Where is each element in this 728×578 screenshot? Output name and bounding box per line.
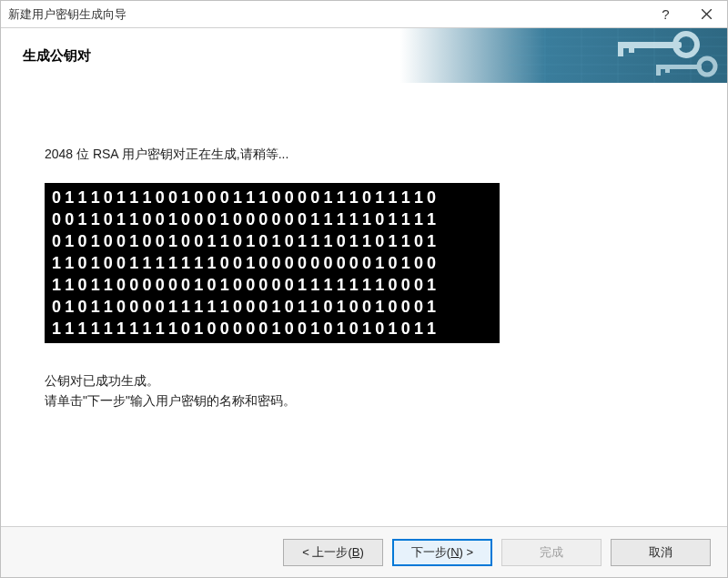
back-button[interactable]: < 上一步(B) bbox=[283, 539, 383, 566]
binary-row: 111111111101000001001010101011 bbox=[52, 319, 440, 338]
button-bar: < 上一步(B) 下一步(N) > 完成 取消 bbox=[1, 526, 727, 577]
wizard-window: 新建用户密钥生成向导 ? 生成公钥对 bbox=[0, 0, 728, 578]
success-text: 公钥对已成功生成。 请单击"下一步"输入用户密钥的名称和密码。 bbox=[45, 370, 683, 411]
next-hotkey: N bbox=[450, 545, 459, 559]
close-button[interactable] bbox=[686, 1, 727, 28]
help-icon: ? bbox=[662, 6, 669, 22]
back-suffix: ) bbox=[359, 545, 363, 559]
window-title: 新建用户密钥生成向导 bbox=[8, 6, 645, 23]
banner-title: 生成公钥对 bbox=[23, 47, 91, 65]
binary-row: 001101100100010000001111101111 bbox=[52, 210, 440, 228]
status-text: 2048 位 RSA 用户密钥对正在生成,请稍等... bbox=[45, 147, 683, 163]
help-button[interactable]: ? bbox=[645, 1, 686, 28]
binary-row: 011101110010001110000111011110 bbox=[52, 188, 440, 207]
success-line-1: 公钥对已成功生成。 bbox=[45, 370, 683, 390]
content-area: 2048 位 RSA 用户密钥对正在生成,请稍等... 011101110010… bbox=[1, 83, 727, 526]
key-art-icon bbox=[509, 28, 727, 83]
close-icon bbox=[702, 7, 712, 22]
cancel-label: 取消 bbox=[649, 544, 672, 561]
back-prefix: < 上一步( bbox=[302, 544, 352, 561]
next-prefix: 下一步( bbox=[411, 544, 450, 561]
binary-display: 011101110010001110000111011110 001101100… bbox=[45, 183, 500, 343]
binary-row: 010100100100110101011101101101 bbox=[52, 232, 440, 250]
binary-row: 010110000111110001011010010001 bbox=[52, 298, 440, 316]
svg-rect-19 bbox=[665, 65, 670, 73]
svg-rect-17 bbox=[656, 65, 702, 69]
finish-button: 完成 bbox=[501, 539, 602, 566]
titlebar: 新建用户密钥生成向导 ? bbox=[1, 1, 727, 28]
binary-row: 110110000001010000011111110001 bbox=[52, 276, 440, 294]
back-hotkey: B bbox=[352, 545, 360, 559]
success-line-2: 请单击"下一步"输入用户密钥的名称和密码。 bbox=[45, 390, 683, 411]
banner: 生成公钥对 bbox=[1, 28, 727, 83]
finish-label: 完成 bbox=[540, 544, 563, 561]
svg-rect-18 bbox=[656, 65, 661, 76]
binary-row: 110100111111100100000000010100 bbox=[52, 254, 440, 272]
next-button[interactable]: 下一步(N) > bbox=[392, 539, 492, 566]
svg-rect-13 bbox=[618, 42, 682, 48]
svg-rect-14 bbox=[618, 42, 623, 56]
next-suffix: ) > bbox=[460, 545, 474, 559]
svg-rect-15 bbox=[629, 42, 634, 53]
cancel-button[interactable]: 取消 bbox=[611, 539, 711, 566]
